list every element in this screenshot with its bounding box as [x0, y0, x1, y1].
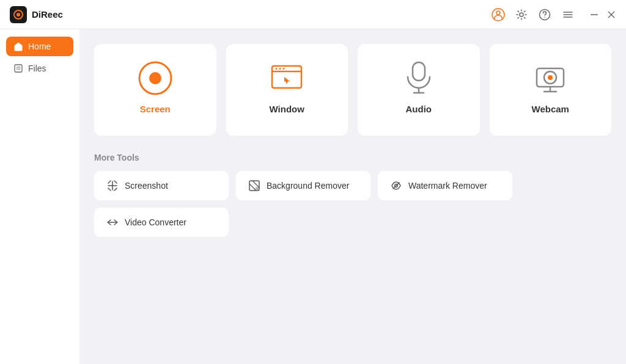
svg-point-3 — [496, 11, 500, 15]
sidebar: Home Files — [0, 29, 79, 364]
audio-card[interactable]: Audio — [358, 44, 480, 136]
svg-point-4 — [520, 13, 523, 16]
window-controls — [589, 10, 616, 20]
background-remover-icon — [248, 180, 260, 192]
svg-point-1 — [17, 13, 20, 16]
logo-icon — [10, 6, 27, 23]
window-icon — [270, 61, 304, 95]
watermark-remover-tool[interactable]: Watermark Remover — [378, 171, 512, 200]
screenshot-tool[interactable]: Screenshot — [94, 171, 229, 200]
background-remover-label: Background Remover — [267, 181, 349, 191]
svg-line-39 — [252, 181, 259, 187]
screen-label: Screen — [140, 104, 171, 114]
screen-icon — [138, 61, 172, 95]
close-button[interactable] — [606, 10, 616, 20]
svg-rect-23 — [413, 62, 425, 81]
watermark-remover-label: Watermark Remover — [408, 181, 487, 191]
background-remover-tool[interactable]: Background Remover — [236, 171, 370, 200]
screenshot-label: Screenshot — [125, 181, 168, 191]
svg-point-17 — [149, 72, 161, 84]
content-area: Screen Window — [79, 29, 626, 364]
svg-line-38 — [249, 184, 256, 191]
svg-line-33 — [108, 188, 111, 191]
svg-line-34 — [114, 188, 117, 191]
audio-icon — [402, 61, 436, 95]
svg-line-32 — [114, 181, 117, 183]
svg-rect-40 — [256, 187, 259, 190]
screen-card[interactable]: Screen — [94, 44, 216, 136]
app-logo: DiReec — [10, 6, 63, 23]
sidebar-item-files[interactable]: Files — [6, 59, 73, 78]
video-converter-icon — [106, 216, 119, 228]
video-converter-tool[interactable]: Video Converter — [94, 208, 229, 237]
settings-icon[interactable] — [515, 8, 528, 21]
webcam-icon — [533, 61, 567, 95]
webcam-card[interactable]: Webcam — [490, 44, 612, 136]
more-tools-section: More Tools Screenshot — [94, 153, 611, 237]
window-label: Window — [270, 104, 304, 114]
more-tools-title: More Tools — [94, 153, 611, 162]
main-layout: Home Files Screen — [0, 29, 626, 364]
menu-icon[interactable] — [561, 8, 575, 21]
profile-icon[interactable] — [492, 8, 505, 21]
svg-point-21 — [279, 68, 281, 70]
watermark-remover-icon — [390, 180, 402, 192]
svg-point-22 — [283, 68, 285, 70]
audio-label: Audio — [406, 104, 432, 114]
svg-point-28 — [548, 75, 553, 80]
svg-point-6 — [544, 16, 545, 18]
titlebar: DiReec — [0, 0, 626, 29]
window-card[interactable]: Window — [226, 44, 348, 136]
help-icon[interactable] — [538, 8, 551, 21]
app-name: DiReec — [32, 9, 63, 20]
titlebar-actions — [492, 8, 616, 21]
sidebar-item-home[interactable]: Home — [6, 37, 73, 56]
webcam-label: Webcam — [532, 104, 569, 114]
svg-point-20 — [276, 68, 278, 70]
video-converter-label: Video Converter — [125, 217, 186, 227]
svg-line-31 — [108, 181, 111, 183]
screenshot-icon — [106, 180, 119, 192]
tools-grid: Screenshot Background Remover — [94, 171, 611, 237]
svg-rect-13 — [15, 65, 22, 72]
recording-cards: Screen Window — [94, 44, 611, 136]
minimize-button[interactable] — [589, 10, 599, 20]
